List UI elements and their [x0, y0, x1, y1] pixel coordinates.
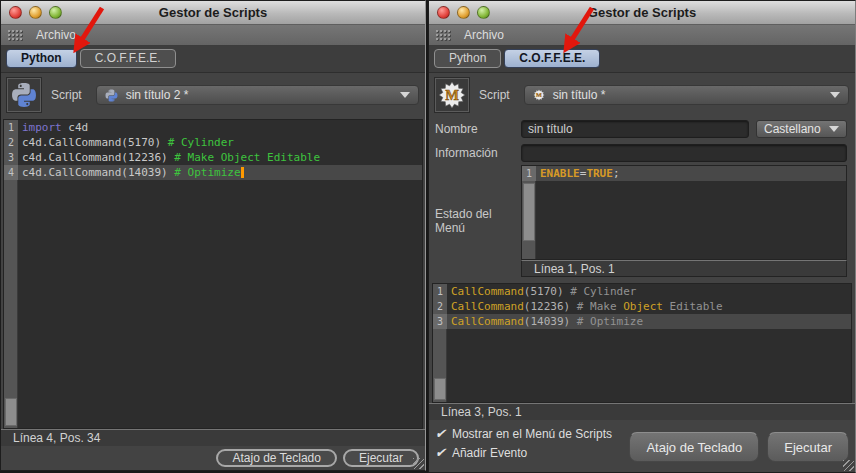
- script-toolbar: Script sin título 2 *: [1, 73, 425, 117]
- script-label: Script: [51, 88, 82, 102]
- script-manager-window-python: Gestor de Scripts Archivo PythonC.O.F.F.…: [0, 0, 426, 471]
- screenshot-stage: Gestor de Scripts Archivo PythonC.O.F.F.…: [0, 0, 856, 473]
- language-dropdown-value: Castellano: [764, 122, 829, 136]
- title-bar[interactable]: Gestor de Scripts: [1, 1, 425, 25]
- ejecutar-button[interactable]: Ejecutar: [343, 449, 419, 467]
- check-icon: ✔: [435, 445, 446, 460]
- coffee-code-editor[interactable]: 1CallCommand(5170) # Cylinder2CallComman…: [432, 283, 852, 403]
- script-select-value: sin título 2 *: [126, 88, 392, 102]
- code-line[interactable]: 1import c4d: [4, 120, 422, 135]
- script-select-value: sin título *: [553, 88, 822, 102]
- coffee-icon-button[interactable]: [435, 78, 469, 112]
- python-icon-button[interactable]: [7, 78, 41, 112]
- estado-code-editor[interactable]: 1ENABLE=TRUE;: [521, 165, 847, 260]
- window-title: Gestor de Scripts: [1, 1, 425, 25]
- line-number: 2: [433, 299, 447, 314]
- script-toolbar: Script sin título *: [429, 73, 855, 117]
- editor-status-bar: Línea 3, Pos. 1: [429, 403, 855, 420]
- atajo-de-teclado-button[interactable]: Atajo de Teclado: [629, 432, 759, 462]
- code-line[interactable]: 1CallCommand(5170) # Cylinder: [433, 284, 851, 299]
- code-line[interactable]: 4c4d.CallCommand(14039) # Optimize: [4, 165, 422, 180]
- line-number: 2: [4, 135, 18, 150]
- chevron-down-icon: [830, 92, 840, 98]
- nombre-input[interactable]: [521, 120, 749, 138]
- resize-grip[interactable]: [413, 458, 424, 469]
- bottom-button-bar: Atajo de TecladoEjecutar: [1, 446, 425, 470]
- code-line[interactable]: 3CallCommand(14039) # Optimize: [433, 314, 851, 329]
- checkbox-añadir-evento[interactable]: ✔Añadir Evento: [435, 445, 612, 460]
- checkbox-label: Mostrar en el Menú de Scripts: [452, 427, 612, 441]
- menu-item-archivo[interactable]: Archivo: [461, 28, 507, 42]
- python-mini-icon: [105, 89, 118, 102]
- python-code-editor[interactable]: 1import c4d2c4d.CallCommand(5170) # Cyli…: [3, 119, 423, 429]
- tab-coffee[interactable]: C.O.F.F.E.E.: [504, 49, 600, 68]
- coffee-mini-icon: [533, 89, 545, 101]
- line-number: 1: [522, 166, 536, 181]
- tab-python[interactable]: Python: [434, 49, 501, 68]
- checkbox-label: Añadir Evento: [452, 446, 527, 460]
- informacion-label: Información: [435, 146, 521, 160]
- estado-status-bar: Línea 1, Pos. 1: [521, 260, 847, 277]
- chevron-down-icon: [829, 126, 839, 132]
- menu-item-archivo[interactable]: Archivo: [33, 28, 79, 42]
- tab-python[interactable]: Python: [6, 49, 77, 68]
- line-number: 3: [4, 150, 18, 165]
- check-icon: ✔: [435, 426, 446, 441]
- bottom-button-bar: Atajo de TecladoEjecutar: [629, 432, 849, 462]
- script-label: Script: [479, 88, 510, 102]
- language-tabs: PythonC.O.F.F.E.E.: [429, 46, 855, 73]
- menu-grip-icon[interactable]: [435, 29, 452, 41]
- bottom-bar: ✔Mostrar en el Menú de Scripts✔Añadir Ev…: [429, 420, 855, 472]
- language-dropdown[interactable]: Castellano: [756, 120, 847, 138]
- options-checkboxes: ✔Mostrar en el Menú de Scripts✔Añadir Ev…: [435, 424, 612, 460]
- coffee-icon: [438, 81, 466, 109]
- ejecutar-button[interactable]: Ejecutar: [767, 432, 849, 462]
- script-select-dropdown[interactable]: sin título *: [524, 85, 849, 105]
- script-manager-window-coffee: Gestor de Scripts Archivo PythonC.O.F.F.…: [428, 0, 856, 473]
- chevron-down-icon: [400, 92, 410, 98]
- python-icon: [11, 82, 37, 108]
- code-line[interactable]: 1ENABLE=TRUE;: [522, 166, 846, 181]
- text-cursor: [241, 167, 244, 178]
- nombre-row: Nombre Castellano: [429, 117, 855, 141]
- resize-grip[interactable]: [843, 460, 854, 471]
- tab-coffee[interactable]: C.O.F.F.E.E.: [80, 49, 176, 68]
- editor-scrollbar-thumb[interactable]: [523, 183, 535, 241]
- menu-bar: Archivo: [1, 25, 425, 46]
- language-tabs: PythonC.O.F.F.E.E.: [1, 46, 425, 73]
- code-line[interactable]: 2CallCommand(12236) # Make Object Editab…: [433, 299, 851, 314]
- script-select-dropdown[interactable]: sin título 2 *: [96, 85, 419, 105]
- code-line[interactable]: 2c4d.CallCommand(5170) # Cylinder: [4, 135, 422, 150]
- estado-label: Estado del Menú: [435, 207, 521, 235]
- editor-status-bar: Línea 4, Pos. 34: [1, 429, 425, 446]
- code-line[interactable]: 3c4d.CallCommand(12236) # Make Object Ed…: [4, 150, 422, 165]
- menu-bar: Archivo: [429, 25, 855, 46]
- line-number: 1: [433, 284, 447, 299]
- line-number: 4: [4, 165, 18, 180]
- informacion-row: Información: [429, 141, 855, 165]
- estado-del-menu-row: Estado del Menú 1ENABLE=TRUE; Línea 1, P…: [429, 165, 855, 277]
- line-number: 3: [433, 314, 447, 329]
- informacion-input[interactable]: [521, 144, 847, 162]
- atajo-de-teclado-button[interactable]: Atajo de Teclado: [216, 449, 337, 467]
- nombre-label: Nombre: [435, 122, 521, 136]
- editor-scrollbar-thumb[interactable]: [5, 398, 17, 426]
- editor-scrollbar-thumb[interactable]: [434, 378, 446, 400]
- window-title: Gestor de Scripts: [429, 1, 855, 25]
- title-bar[interactable]: Gestor de Scripts: [429, 1, 855, 25]
- line-number: 1: [4, 120, 18, 135]
- menu-grip-icon[interactable]: [7, 29, 24, 41]
- checkbox-mostrar-en-el-menú-de-scripts[interactable]: ✔Mostrar en el Menú de Scripts: [435, 426, 612, 441]
